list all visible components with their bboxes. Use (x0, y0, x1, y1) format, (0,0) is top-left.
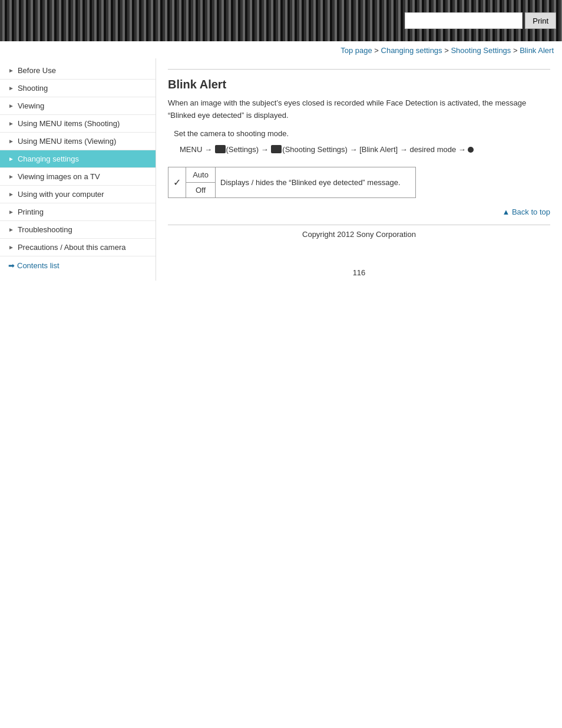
footer-divider (168, 225, 550, 225)
sidebar-item-using-menu-shooting[interactable]: ► Using MENU items (Shooting) (0, 115, 156, 133)
main-content: Blink Alert When an image with the subje… (156, 58, 562, 289)
sidebar-item-label: Using MENU items (Shooting) (18, 119, 120, 128)
arrow-icon: ► (8, 244, 14, 251)
page-title: Blink Alert (168, 78, 550, 91)
contents-list-arrow-icon: ➡ (8, 261, 15, 270)
sidebar-item-label: Changing settings (18, 154, 79, 163)
camera-icon (271, 145, 282, 153)
main-description: When an image with the subject’s eyes cl… (168, 97, 550, 122)
sidebar-item-printing[interactable]: ► Printing (0, 203, 156, 221)
breadcrumb-sep3: > (513, 46, 520, 55)
page-number: 116 (168, 268, 550, 277)
arrow-icon: ► (8, 173, 14, 180)
arrow-icon: ► (8, 67, 14, 74)
bullet-icon (468, 147, 474, 153)
sidebar-item-precautions[interactable]: ► Precautions / About this camera (0, 239, 156, 256)
option-label-auto: Auto (186, 167, 216, 182)
table-row-auto: ✓ Auto Displays / hides the “Blinked eye… (168, 167, 416, 182)
sidebar-item-viewing-images-tv[interactable]: ► Viewing images on a TV (0, 168, 156, 186)
sidebar-item-label: Using MENU items (Viewing) (18, 137, 116, 146)
footer: Copyright 2012 Sony Corporation (168, 230, 550, 251)
breadcrumb-blink-alert[interactable]: Blink Alert (520, 46, 554, 55)
options-table: ✓ Auto Displays / hides the “Blinked eye… (168, 167, 416, 198)
option-description: Displays / hides the “Blinked eye detect… (216, 167, 416, 197)
arrow-icon: ► (8, 191, 14, 197)
breadcrumb-top-page[interactable]: Top page (340, 46, 372, 55)
settings-icon (215, 145, 226, 153)
breadcrumb-sep1: > (374, 46, 381, 55)
arrow-icon: ► (8, 103, 14, 109)
menu-path: MENU → (Settings) → (Shooting Settings) … (180, 143, 550, 156)
header: Print (0, 0, 562, 41)
arrow-icon: ► (8, 120, 14, 127)
sidebar-item-label: Precautions / About this camera (18, 243, 126, 252)
sidebar-item-changing-settings[interactable]: ► Changing settings (0, 150, 156, 168)
main-layout: ► Before Use ► Shooting ► Viewing ► Usin… (0, 58, 562, 289)
arrow-icon: ► (8, 226, 14, 233)
header-search-area: Print (405, 12, 556, 29)
arrow-icon: ► (8, 138, 14, 144)
back-to-top-link[interactable]: ▲ Back to top (502, 207, 550, 216)
arrow-icon: ► (8, 85, 14, 91)
arrow-icon: ► (8, 209, 14, 215)
breadcrumb: Top page > Changing settings > Shooting … (0, 41, 562, 58)
option-label-off: Off (186, 182, 216, 197)
sidebar-item-using-computer[interactable]: ► Using with your computer (0, 186, 156, 203)
breadcrumb-sep2: > (444, 46, 451, 55)
sidebar-item-label: Before Use (18, 66, 56, 75)
back-to-top[interactable]: ▲ Back to top (168, 207, 550, 216)
sidebar-item-troubleshooting[interactable]: ► Troubleshooting (0, 221, 156, 239)
arrow-icon: ► (8, 156, 14, 162)
sidebar-item-label: Shooting (18, 84, 48, 93)
main-instruction: Set the camera to shooting mode. (174, 129, 550, 138)
sidebar-item-label: Viewing (18, 101, 44, 110)
sidebar-item-before-use[interactable]: ► Before Use (0, 62, 156, 80)
print-button[interactable]: Print (525, 12, 556, 29)
sidebar-item-label: Printing (18, 207, 44, 216)
contents-list-link[interactable]: ➡ Contents list (0, 256, 156, 275)
contents-list-label: Contents list (17, 261, 59, 270)
breadcrumb-shooting-settings[interactable]: Shooting Settings (451, 46, 511, 55)
sidebar-item-label: Troubleshooting (18, 225, 72, 234)
sidebar-item-using-menu-viewing[interactable]: ► Using MENU items (Viewing) (0, 133, 156, 150)
sidebar-item-label: Using with your computer (18, 190, 104, 199)
sidebar-item-label: Viewing images on a TV (18, 172, 100, 181)
sidebar-item-viewing[interactable]: ► Viewing (0, 97, 156, 115)
sidebar: ► Before Use ► Shooting ► Viewing ► Usin… (0, 58, 156, 281)
top-divider (168, 69, 550, 70)
sidebar-item-shooting[interactable]: ► Shooting (0, 80, 156, 97)
search-input[interactable] (405, 12, 523, 29)
breadcrumb-changing-settings[interactable]: Changing settings (381, 46, 442, 55)
check-cell: ✓ (168, 167, 186, 197)
